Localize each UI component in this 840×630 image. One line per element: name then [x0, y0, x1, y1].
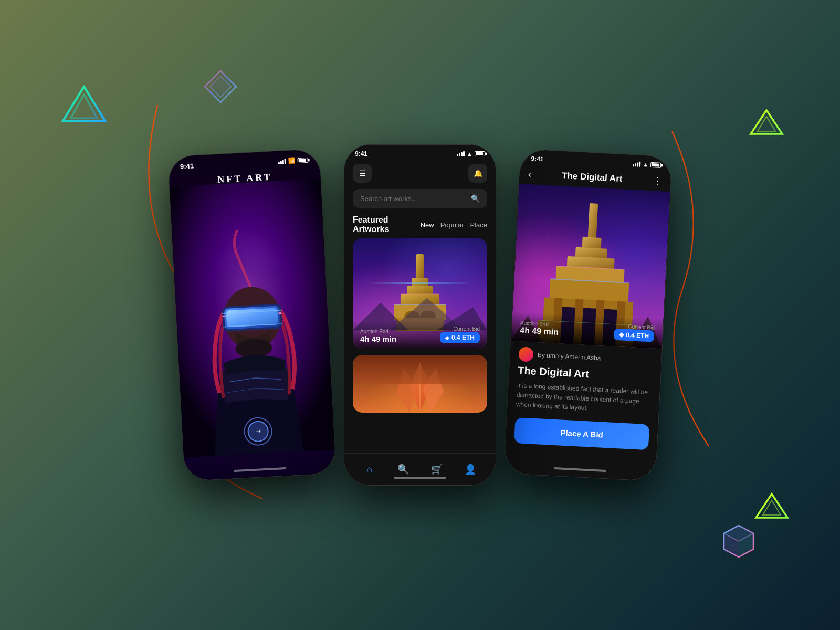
bell-icon: 🔔 [474, 169, 482, 177]
cube-decoration [719, 523, 759, 562]
home-icon: ⌂ [367, 464, 373, 475]
artist-avatar [518, 346, 533, 362]
hero-auction-time: 4h 49 min [520, 326, 559, 337]
search-input[interactable] [360, 195, 467, 203]
phone1-wifi: 📶 [288, 157, 296, 164]
svg-rect-28 [278, 312, 281, 314]
cart-icon: 🛒 [431, 464, 443, 475]
tab-new[interactable]: New [421, 221, 434, 229]
bottom-nav: ⌂ 🔍 🛒 👤 [344, 453, 496, 485]
search-icon: 🔍 [471, 194, 480, 203]
section-header: Featured Artworks New Popular Place [344, 213, 496, 238]
tab-popular[interactable]: Popular [440, 221, 464, 229]
triangle-right-top-decoration [748, 105, 785, 141]
place-bid-button[interactable]: Place A Bid [514, 417, 649, 450]
triangle-right-bottom-decoration [753, 489, 790, 525]
svg-rect-46 [587, 203, 598, 240]
auction-overlay-1: Auction End 4h 49 min Current Bid ◆ 0.4 … [353, 321, 487, 349]
phone1-time: 9:41 [180, 162, 194, 170]
svg-rect-31 [416, 254, 424, 280]
artist-name: By ummy Amerin Asha [538, 351, 601, 362]
phone2-status-bar: 9:41 ▲ [344, 145, 496, 160]
svg-marker-0 [63, 87, 105, 121]
phone-3: 9:41 ▲ ‹ The Digital Art ⋮ [503, 149, 673, 481]
eth-icon-1: ◆ [445, 335, 449, 341]
arrow-icon: → [254, 426, 262, 436]
triangle-left-decoration [58, 79, 110, 128]
auction-end-label-1: Auction End [360, 329, 396, 334]
artwork-card-1[interactable]: Auction End 4h 49 min Current Bid ◆ 0.4 … [353, 238, 487, 349]
hero-artwork: Auction End 4h 49 min Current Bid ◆ 0.4 … [511, 184, 670, 349]
phone-2: 9:41 ▲ ☰ 🔔 🔍 [344, 144, 496, 486]
more-options-button[interactable]: ⋮ [653, 175, 663, 187]
featured-artworks-label: Featured Artworks [353, 215, 414, 234]
phone3-home-indicator [554, 467, 606, 472]
svg-marker-4 [756, 494, 788, 518]
phone3-time: 9:41 [531, 155, 544, 163]
phone2-time: 9:41 [355, 150, 368, 158]
detail-title: The Digital Art [561, 171, 622, 184]
phone2-home-indicator [394, 477, 446, 479]
nav-search[interactable]: 🔍 [394, 460, 413, 479]
tab-place[interactable]: Place [470, 221, 487, 229]
back-button[interactable]: ‹ [528, 169, 531, 180]
auction-time-1: 4h 49 min [360, 334, 396, 343]
artwork-card-2[interactable] [353, 355, 487, 413]
phone3-wifi: ▲ [643, 161, 649, 168]
bid-label-1: Current Bid [440, 326, 480, 332]
nav-cart[interactable]: 🛒 [427, 460, 446, 479]
phone2-header: ☰ 🔔 [344, 160, 496, 187]
nav-search-icon: 🔍 [397, 464, 409, 475]
phone-1: 9:41 📶 NFT ART → [167, 149, 337, 481]
hamburger-icon: ☰ [359, 169, 366, 177]
svg-marker-3 [758, 117, 775, 131]
chevron-left-icon: ‹ [528, 169, 531, 180]
bid-badge-1: ◆ 0.4 ETH [440, 332, 480, 343]
hero-bid-badge: ◆ 0.4 ETH [614, 329, 655, 342]
svg-marker-5 [763, 500, 781, 515]
phones-container: 9:41 📶 NFT ART → [176, 144, 664, 486]
ellipsis-icon: ⋮ [653, 175, 663, 186]
phone2-wifi: ▲ [467, 151, 472, 157]
hero-eth-icon: ◆ [619, 331, 624, 338]
phone1-app-title: NFT ART [217, 172, 272, 185]
profile-icon: 👤 [465, 464, 476, 475]
notification-button[interactable]: 🔔 [468, 164, 487, 183]
search-bar[interactable]: 🔍 [353, 189, 487, 208]
nav-profile[interactable]: 👤 [461, 460, 480, 479]
nav-home[interactable]: ⌂ [360, 460, 379, 479]
svg-marker-2 [751, 110, 782, 134]
svg-marker-1 [71, 94, 97, 118]
menu-button[interactable]: ☰ [353, 164, 372, 183]
diamond-decoration-top [202, 68, 239, 112]
svg-rect-27 [222, 316, 225, 317]
